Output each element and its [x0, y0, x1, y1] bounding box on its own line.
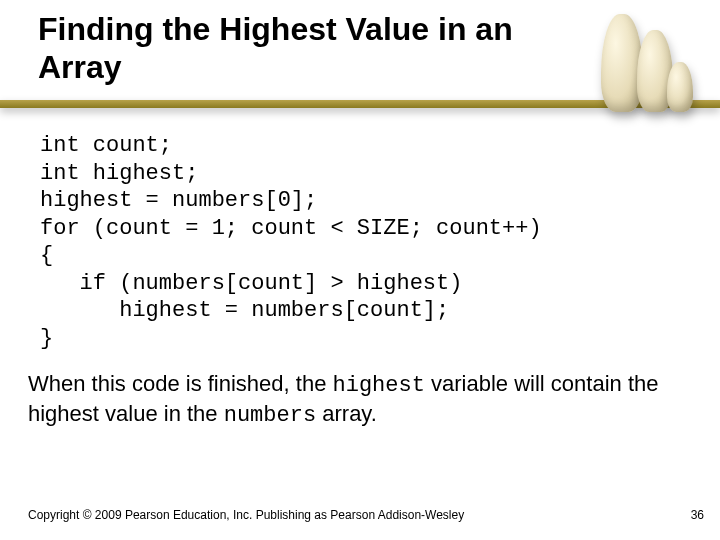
explain-part: array. [316, 401, 377, 426]
explain-mono: highest [333, 373, 425, 398]
code-line: int highest; [40, 161, 198, 186]
copyright-text: Copyright © 2009 Pearson Education, Inc.… [28, 508, 464, 522]
slide-title: Finding the Highest Value in an Array [38, 10, 578, 87]
slide: Finding the Highest Value in an Array in… [0, 0, 720, 540]
explain-mono: numbers [224, 403, 316, 428]
title-area: Finding the Highest Value in an Array [38, 10, 578, 87]
code-line: if (numbers[count] > highest) [40, 271, 462, 296]
code-block: int count; int highest; highest = number… [40, 132, 542, 352]
chess-pieces-image [582, 0, 712, 112]
code-line: int count; [40, 133, 172, 158]
code-line: { [40, 243, 53, 268]
chess-pawn-icon [667, 62, 693, 112]
chess-king-icon [601, 14, 643, 112]
explanation-text: When this code is finished, the highest … [28, 370, 688, 429]
explain-part: When this code is finished, the [28, 371, 333, 396]
code-line: for (count = 1; count < SIZE; count++) [40, 216, 542, 241]
code-line: } [40, 326, 53, 351]
code-line: highest = numbers[count]; [40, 298, 449, 323]
page-number: 36 [691, 508, 704, 522]
code-line: highest = numbers[0]; [40, 188, 317, 213]
